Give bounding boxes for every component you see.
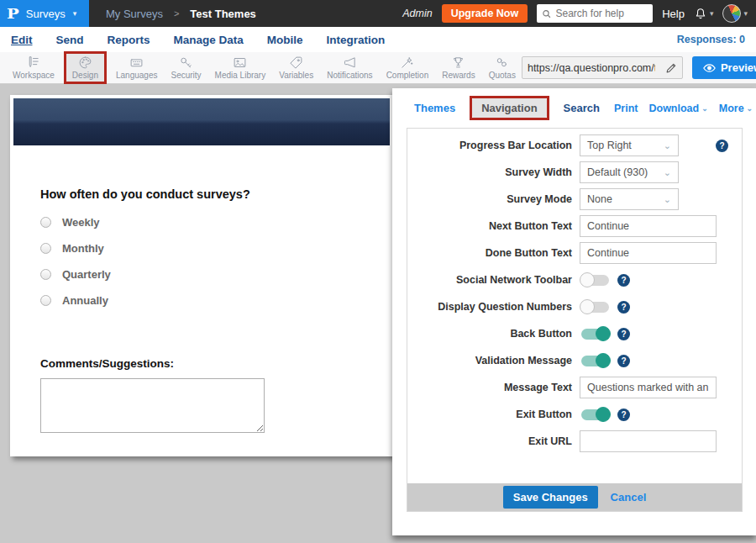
print-link[interactable]: Print [614, 103, 638, 114]
tab-search[interactable]: Search [564, 102, 600, 114]
select-survey-width[interactable]: Default (930)⌄ [580, 161, 679, 183]
option-label: Annually [62, 294, 108, 307]
form-row-message-text: Message Text [407, 377, 742, 398]
menu-item-reports[interactable]: Reports [108, 34, 150, 46]
quotas-links-icon [495, 55, 509, 70]
tool-item-security[interactable]: Security [165, 54, 207, 82]
tool-item-design[interactable]: Design [66, 54, 104, 82]
menu-item-integration[interactable]: Integration [327, 34, 386, 46]
input-next-button-text[interactable] [580, 215, 717, 237]
input-done-button-text[interactable] [580, 242, 717, 264]
user-avatar-menu[interactable]: ▾ [722, 4, 748, 23]
annotation-box-design: Design [64, 51, 107, 84]
annotation-box-navigation: Navigation [470, 96, 549, 120]
media-library-icon [233, 55, 247, 70]
toggle-back-button[interactable] [581, 329, 609, 340]
toggle-knob [580, 272, 595, 287]
search-icon [542, 8, 551, 19]
radio-button[interactable] [40, 243, 51, 254]
toggle-social-network-toolbar[interactable] [581, 275, 609, 286]
tool-item-label: Media Library [215, 71, 266, 80]
help-icon[interactable]: ? [716, 140, 728, 152]
help-link[interactable]: Help [662, 8, 685, 20]
form-row-done-button-text: Done Button Text [407, 242, 742, 264]
comments-label: Comments/Suggestions: [40, 357, 376, 370]
url-preview-group: Preview [522, 56, 756, 79]
help-icon[interactable]: ? [617, 328, 630, 340]
tool-item-notifications[interactable]: Notifications [321, 54, 378, 82]
tool-item-languages[interactable]: Languages [110, 54, 164, 82]
survey-options: WeeklyMonthlyQuarterlyAnnually [40, 216, 376, 306]
eye-icon [703, 63, 716, 73]
tool-item-media-library[interactable]: Media Library [209, 54, 272, 82]
select-value: Default (930) [587, 166, 648, 178]
surveys-app-menu[interactable]: P Surveys ▾ [0, 0, 89, 27]
edit-url-button[interactable] [660, 62, 682, 74]
save-changes-button[interactable]: Save Changes [503, 486, 598, 509]
panel-actions: Print Download⌄ More⌄ ✖ [614, 102, 756, 115]
chevron-down-icon: ⌄ [664, 140, 671, 151]
bell-icon [694, 7, 707, 20]
chevron-down-icon: ▾ [710, 10, 714, 18]
menu-item-manage-data[interactable]: Manage Data [174, 34, 244, 46]
tool-item-label: Languages [116, 71, 158, 80]
help-icon[interactable]: ? [617, 409, 630, 421]
settings-panel: Themes Navigation Search Print Download⌄… [392, 88, 756, 535]
preview-button[interactable]: Preview [692, 56, 756, 79]
chevron-down-icon: ⌄ [664, 167, 671, 178]
comments-textarea[interactable] [40, 378, 265, 433]
tool-item-quotas[interactable]: Quotas [483, 54, 522, 82]
field-label: Survey Mode [407, 193, 572, 205]
toggle-knob [596, 326, 611, 341]
input-exit-url[interactable] [580, 430, 717, 452]
toggle-knob [580, 299, 595, 314]
help-search-input[interactable] [556, 8, 648, 19]
menu-item-mobile[interactable]: Mobile [267, 34, 303, 46]
tool-item-workspace[interactable]: Workspace [7, 54, 60, 82]
help-icon[interactable]: ? [617, 301, 630, 314]
option-row-weekly[interactable]: Weekly [40, 216, 376, 228]
survey-question: How often do you conduct surveys? [40, 187, 376, 201]
download-link[interactable]: Download⌄ [648, 103, 707, 114]
topbar-right-group: Admin Upgrade Now Help ▾ ▾ [402, 4, 756, 23]
input-message-text[interactable] [580, 377, 717, 398]
radio-button[interactable] [40, 269, 51, 280]
tool-item-variables[interactable]: Variables [273, 54, 319, 82]
select-progress-bar-location[interactable]: Top Right⌄ [580, 134, 679, 156]
help-icon[interactable]: ? [617, 274, 630, 287]
upgrade-now-button[interactable]: Upgrade Now [442, 4, 528, 23]
menu-item-edit[interactable]: Edit [11, 34, 33, 46]
cancel-button[interactable]: Cancel [611, 491, 647, 503]
option-row-quarterly[interactable]: Quarterly [40, 268, 376, 280]
field-label: Exit Button [407, 409, 572, 420]
option-row-monthly[interactable]: Monthly [40, 242, 376, 254]
toggle-validation-message[interactable] [581, 356, 609, 366]
security-key-icon [179, 55, 193, 70]
tool-item-label: Rewards [442, 71, 475, 80]
breadcrumb-current-survey: Test Themes [190, 8, 256, 20]
form-rows: Progress Bar LocationTop Right⌄?Survey W… [407, 134, 742, 452]
toggle-display-question-numbers[interactable] [581, 302, 609, 313]
survey-toolbar: WorkspaceDesignLanguagesSecurityMedia Li… [0, 52, 756, 84]
toggle-exit-button[interactable] [581, 409, 609, 420]
field-label: Message Text [407, 382, 572, 393]
tab-themes[interactable]: Themes [414, 102, 455, 114]
survey-url-input[interactable] [522, 62, 660, 74]
notifications-bell-button[interactable]: ▾ [694, 7, 714, 20]
tab-navigation[interactable]: Navigation [472, 98, 546, 118]
option-row-annually[interactable]: Annually [40, 294, 376, 306]
select-survey-mode[interactable]: None⌄ [580, 188, 679, 210]
breadcrumb-my-surveys[interactable]: My Surveys [106, 8, 163, 20]
help-icon[interactable]: ? [617, 355, 630, 367]
survey-preview-card: How often do you conduct surveys? Weekly… [10, 95, 393, 456]
tool-item-label: Workspace [13, 71, 55, 80]
tool-item-rewards[interactable]: Rewards [436, 54, 480, 82]
form-row-display-question-numbers: Display Question Numbers? [407, 296, 742, 318]
field-label: Survey Width [407, 166, 572, 178]
form-row-exit-url: Exit URL [407, 430, 742, 452]
more-link[interactable]: More⌄ [719, 103, 753, 114]
menu-item-send[interactable]: Send [56, 34, 84, 46]
tool-item-completion[interactable]: Completion [381, 54, 435, 82]
radio-button[interactable] [40, 295, 51, 306]
radio-button[interactable] [40, 217, 51, 228]
